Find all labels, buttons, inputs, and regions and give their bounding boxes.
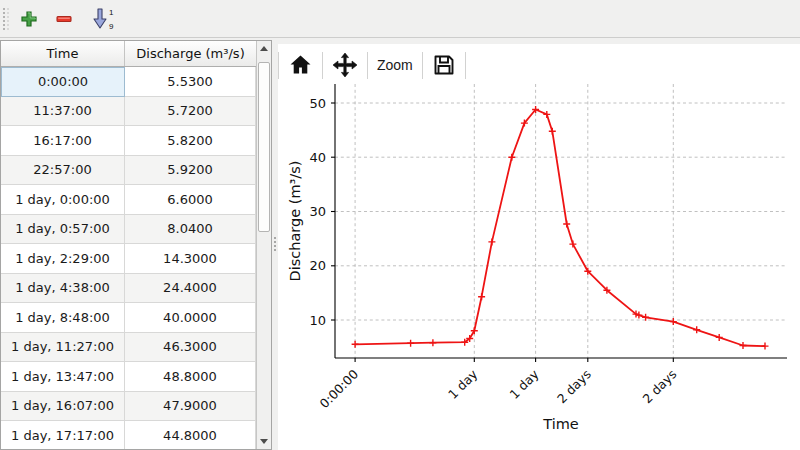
table-row: 1 day, 0:57:008.0400	[1, 215, 256, 245]
zoom-button-label: Zoom	[377, 57, 413, 73]
table-row: 22:57:005.9200	[1, 156, 256, 186]
discharge-cell[interactable]: 48.8000	[125, 362, 256, 392]
table-row: 16:17:005.8200	[1, 126, 256, 156]
x-tick-label: 2 days	[554, 367, 594, 407]
table-row: 1 day, 0:00:006.6000	[1, 185, 256, 215]
table-row: 1 day, 4:38:0024.4000	[1, 274, 256, 304]
sort-top-digit: 1	[109, 8, 114, 17]
time-cell[interactable]: 1 day, 8:48:00	[1, 303, 125, 333]
table-row: 11:37:005.7200	[1, 97, 256, 127]
x-axis-label: Time	[542, 416, 579, 432]
table-row: 1 day, 13:47:0048.8000	[1, 362, 256, 392]
main-toolbar: 1 9	[0, 0, 800, 38]
add-row-button[interactable]	[18, 8, 40, 30]
application-window: 1 9 Time Discharge (m³/s) 0:00:005.53001…	[0, 0, 800, 450]
save-figure-button[interactable]	[423, 50, 465, 80]
discharge-cell[interactable]: 14.3000	[125, 244, 256, 274]
time-cell[interactable]: 1 day, 13:47:00	[1, 362, 125, 392]
time-cell[interactable]: 16:17:00	[1, 126, 125, 156]
plus-icon	[20, 10, 38, 28]
triangle-down-icon	[260, 439, 268, 444]
y-axis-label: Discharge (m³/s)	[287, 161, 303, 282]
time-cell[interactable]: 1 day, 2:29:00	[1, 244, 125, 274]
table-header-row: Time Discharge (m³/s)	[1, 41, 271, 67]
sort-bottom-digit: 9	[109, 22, 114, 30]
zoom-button[interactable]: Zoom	[368, 54, 422, 76]
table-row: 1 day, 17:17:0044.8000	[1, 421, 256, 449]
time-cell[interactable]: 1 day, 0:57:00	[1, 215, 125, 245]
discharge-cell[interactable]: 8.0400	[125, 215, 256, 245]
pan-icon	[332, 52, 358, 78]
table-row: 1 day, 16:07:0047.9000	[1, 392, 256, 422]
table-row: 0:00:005.5300	[1, 67, 256, 97]
minus-icon	[55, 10, 73, 28]
discharge-cell[interactable]: 5.8200	[125, 126, 256, 156]
discharge-cell[interactable]: 46.3000	[125, 333, 256, 363]
time-cell[interactable]: 0:00:00	[1, 67, 125, 97]
y-tick-label: 20	[309, 258, 326, 273]
column-header-discharge[interactable]: Discharge (m³/s)	[125, 41, 256, 66]
discharge-cell[interactable]: 44.8000	[125, 421, 256, 449]
time-cell[interactable]: 1 day, 0:00:00	[1, 185, 125, 215]
table-row: 1 day, 8:48:0040.0000	[1, 303, 256, 333]
table-body: 0:00:005.530011:37:005.720016:17:005.820…	[1, 67, 256, 449]
time-cell[interactable]: 1 day, 16:07:00	[1, 392, 125, 422]
discharge-cell[interactable]: 47.9000	[125, 392, 256, 422]
figure-nav-toolbar: Zoom	[278, 48, 466, 82]
time-cell[interactable]: 1 day, 4:38:00	[1, 274, 125, 304]
data-point-markers	[352, 106, 769, 350]
x-tick-label: 0:00:00	[317, 366, 362, 411]
discharge-cell[interactable]: 24.4000	[125, 274, 256, 304]
toolbar-grip-handle[interactable]	[3, 8, 9, 30]
discharge-cell[interactable]: 5.7200	[125, 97, 256, 127]
triangle-up-icon	[260, 46, 268, 51]
home-icon	[288, 53, 313, 77]
y-tick-label: 40	[309, 150, 326, 165]
home-view-button[interactable]	[279, 50, 322, 80]
scroll-down-button[interactable]	[257, 435, 271, 448]
table-row: 1 day, 2:29:0014.3000	[1, 244, 256, 274]
chart-panel: Zoom 10203040500:00:001 day1 day2 days2 …	[278, 44, 800, 450]
table-vertical-scrollbar[interactable]	[256, 41, 271, 449]
column-header-time[interactable]: Time	[1, 41, 125, 66]
discharge-line	[355, 110, 765, 347]
save-icon	[432, 53, 456, 77]
sort-ascending-button[interactable]: 1 9	[88, 6, 117, 32]
time-cell[interactable]: 22:57:00	[1, 156, 125, 186]
discharge-cell[interactable]: 40.0000	[125, 303, 256, 333]
y-tick-label: 30	[309, 204, 326, 219]
discharge-cell[interactable]: 6.6000	[125, 185, 256, 215]
scrollbar-thumb[interactable]	[258, 62, 270, 232]
discharge-cell[interactable]: 5.5300	[125, 67, 256, 97]
time-series-table-panel: Time Discharge (m³/s) 0:00:005.530011:37…	[0, 40, 272, 450]
pan-button[interactable]	[323, 49, 367, 81]
time-cell[interactable]: 11:37:00	[1, 97, 125, 127]
table-row: 1 day, 11:27:0046.3000	[1, 333, 256, 363]
time-cell[interactable]: 1 day, 11:27:00	[1, 333, 125, 363]
y-tick-label: 10	[309, 313, 326, 328]
y-tick-label: 50	[309, 96, 326, 111]
x-tick-label: 2 days	[640, 367, 680, 407]
discharge-chart[interactable]: 10203040500:00:001 day1 day2 days2 daysT…	[278, 82, 800, 450]
scroll-up-button[interactable]	[257, 42, 271, 55]
sort-ascending-icon: 1 9	[90, 8, 115, 30]
time-cell[interactable]: 1 day, 17:17:00	[1, 421, 125, 449]
toolbar-separator	[465, 52, 466, 79]
discharge-cell[interactable]: 5.9200	[125, 156, 256, 186]
x-tick-label: 1 day	[506, 366, 542, 402]
remove-row-button[interactable]	[53, 8, 75, 30]
x-tick-label: 1 day	[445, 366, 481, 402]
